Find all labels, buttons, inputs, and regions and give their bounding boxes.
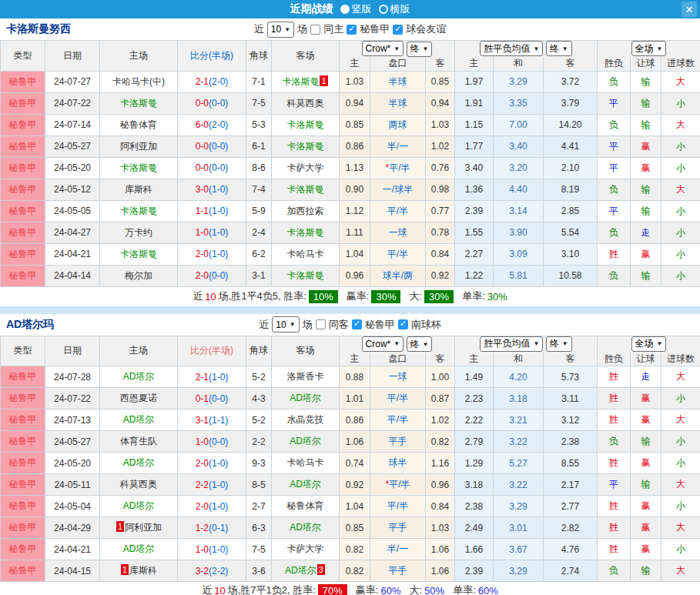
home-team-name[interactable]: 体育生队 bbox=[120, 436, 157, 446]
chevron-down-icon: ▼ bbox=[423, 45, 429, 52]
layout-radio-0[interactable] bbox=[340, 5, 350, 14]
away-team-name[interactable]: 科莫西奥 bbox=[287, 98, 324, 109]
home-team-name[interactable]: AD塔尔 bbox=[123, 457, 155, 468]
away-team-name[interactable]: 秘鲁体育 bbox=[287, 500, 324, 511]
avg-win-cell: 2.39 bbox=[455, 560, 494, 582]
home-team-name[interactable]: 梅尔加 bbox=[125, 270, 152, 281]
avg-odds-select[interactable]: 胜平负均值▼ bbox=[480, 336, 543, 352]
league-cell: 秘鲁甲 bbox=[1, 92, 45, 114]
avg-win-cell: 1.36 bbox=[455, 179, 494, 200]
away-odds-cell: 0.92 bbox=[426, 265, 455, 286]
home-team-name[interactable]: 卡洛斯曼 bbox=[120, 98, 157, 109]
home-team-name[interactable]: AD塔尔 bbox=[123, 543, 155, 554]
sub-col-header: 和 bbox=[494, 352, 544, 366]
league-cell: 秘鲁甲 bbox=[1, 222, 45, 243]
home-team-name[interactable]: 库斯科 bbox=[125, 184, 152, 195]
home-team-name[interactable]: 科莫西奥 bbox=[120, 479, 157, 490]
filter-checkbox-0[interactable] bbox=[310, 25, 320, 35]
filter-checkbox-2[interactable] bbox=[398, 319, 408, 329]
away-team-name[interactable]: AD塔尔 bbox=[285, 565, 317, 576]
away-odds-cell: 1.02 bbox=[426, 409, 455, 431]
away-team-name[interactable]: AD塔尔 bbox=[290, 436, 321, 446]
odds-company-select[interactable]: Crow*▼ bbox=[362, 41, 404, 56]
filters-bar: 近10▼场同主秘鲁甲球会友谊 bbox=[254, 22, 446, 38]
away-team-name[interactable]: AD塔尔 bbox=[290, 393, 321, 403]
away-team-name[interactable]: 卡哈马卡 bbox=[287, 457, 324, 468]
home-team-name[interactable]: 卡哈马卡(中) bbox=[112, 76, 165, 87]
layout-radio-group: 竖版横版 bbox=[333, 4, 410, 15]
home-team-name[interactable]: AD塔尔 bbox=[123, 371, 155, 382]
away-team-name[interactable]: 卡洛斯曼 bbox=[287, 184, 324, 195]
away-team-name[interactable]: 卡哈马卡 bbox=[287, 249, 324, 259]
result-cell: 胜 bbox=[598, 243, 631, 265]
home-team-name[interactable]: 阿利亚加 bbox=[120, 141, 157, 152]
rank-badge: 1 bbox=[116, 521, 124, 532]
games-count-select[interactable]: 10▼ bbox=[272, 316, 299, 333]
avg-draw-cell: 3.21 bbox=[494, 409, 544, 431]
close-icon[interactable]: ✕ bbox=[682, 2, 697, 17]
home-team-name[interactable]: 阿利亚加 bbox=[125, 522, 162, 533]
filter-checkbox-2[interactable] bbox=[393, 25, 403, 35]
home-team-name[interactable]: 万卡约 bbox=[125, 227, 152, 238]
goals-cell: 小 bbox=[661, 243, 700, 265]
away-team-name[interactable]: 卡洛斯曼 bbox=[287, 270, 324, 281]
away-odds-cell: 0.76 bbox=[426, 157, 455, 179]
away-odds-cell: 0.84 bbox=[426, 496, 455, 517]
away-team-name[interactable]: 水晶竞技 bbox=[287, 414, 324, 425]
home-team-name[interactable]: AD塔尔 bbox=[123, 414, 155, 425]
match-row: 秘鲁甲24-04-21卡洛斯曼2-0(1-0)6-2卡哈马卡1.04平/半0.8… bbox=[1, 243, 700, 265]
filter-checkbox-0[interactable] bbox=[316, 319, 326, 329]
home-team-name[interactable]: 秘鲁体育 bbox=[120, 119, 157, 130]
layout-radio-1[interactable] bbox=[379, 5, 388, 14]
final-select[interactable]: 终▼ bbox=[546, 41, 572, 56]
away-team-name[interactable]: 加西拉索 bbox=[287, 206, 324, 216]
away-team-name[interactable]: 卡洛斯曼 bbox=[287, 119, 324, 130]
home-odds-cell: 1.01 bbox=[340, 388, 370, 409]
avg-odds-select[interactable]: 胜平负均值▼ bbox=[480, 41, 543, 56]
avg-win-cell: 3.18 bbox=[455, 474, 494, 496]
home-team-name[interactable]: 卡洛斯曼 bbox=[120, 162, 157, 173]
away-team-name[interactable]: 卡萨大学 bbox=[287, 543, 324, 554]
home-odds-cell: 0.94 bbox=[340, 92, 370, 114]
score-cell: 2-0(1-0) bbox=[178, 453, 246, 474]
home-team-name[interactable]: AD塔尔 bbox=[123, 500, 155, 511]
final-select[interactable]: 终▼ bbox=[407, 336, 433, 352]
layout-radio-label: 横版 bbox=[390, 3, 410, 15]
filter-checkbox-1[interactable] bbox=[352, 319, 362, 329]
rank-badge: 3 bbox=[317, 564, 325, 575]
final-select[interactable]: 终▼ bbox=[407, 42, 433, 57]
away-team-name[interactable]: 卡萨大学 bbox=[287, 162, 324, 173]
home-team-name[interactable]: 卡洛斯曼 bbox=[120, 249, 157, 259]
corner-cell: 6-1 bbox=[246, 135, 272, 157]
chevron-down-icon: ▼ bbox=[562, 45, 568, 52]
home-odds-cell: 1.04 bbox=[340, 496, 370, 517]
home-team-name[interactable]: 库斯科 bbox=[129, 565, 157, 576]
home-team-name[interactable]: 西恩夏诺 bbox=[120, 393, 157, 403]
away-team-name[interactable]: 卡洛斯曼 bbox=[287, 227, 324, 238]
goals-cell: 小 bbox=[661, 388, 700, 409]
away-team-cell: AD塔尔 bbox=[272, 517, 340, 539]
final-select[interactable]: 终▼ bbox=[546, 336, 572, 352]
handicap-cell: 平手 bbox=[370, 517, 426, 539]
away-team-name[interactable]: AD塔尔 bbox=[290, 522, 321, 533]
fulltime-select[interactable]: 全场▼ bbox=[631, 336, 667, 352]
away-team-name[interactable]: 卡洛斯曼 bbox=[287, 141, 324, 152]
fulltime-select[interactable]: 全场▼ bbox=[631, 41, 667, 56]
filter-checkbox-1[interactable] bbox=[347, 25, 357, 35]
avg-lose-cell: 2.10 bbox=[544, 157, 598, 179]
away-team-cell: 卡萨大学 bbox=[272, 157, 340, 179]
home-team-cell: 阿利亚加 bbox=[100, 135, 178, 157]
odds-company-select[interactable]: Crow*▼ bbox=[362, 336, 404, 352]
score-cell: 2-0(1-0) bbox=[178, 243, 246, 265]
away-team-name[interactable]: AD塔尔 bbox=[290, 479, 321, 490]
away-team-name[interactable]: 洛斯香卡 bbox=[287, 371, 324, 382]
avg-win-cell: 1.97 bbox=[455, 71, 494, 92]
goals-cell: 小 bbox=[661, 453, 700, 474]
filter-label: 南球杯 bbox=[411, 318, 441, 332]
away-team-name[interactable]: 卡洛斯曼 bbox=[282, 76, 319, 87]
titlebar: 近期战绩竖版横版 ✕ bbox=[0, 0, 700, 18]
games-count-select[interactable]: 10▼ bbox=[267, 22, 294, 38]
avg-draw-cell: 3.14 bbox=[494, 200, 544, 222]
away-team-cell: 加西拉索 bbox=[272, 200, 340, 222]
home-team-name[interactable]: 卡洛斯曼 bbox=[120, 206, 157, 216]
